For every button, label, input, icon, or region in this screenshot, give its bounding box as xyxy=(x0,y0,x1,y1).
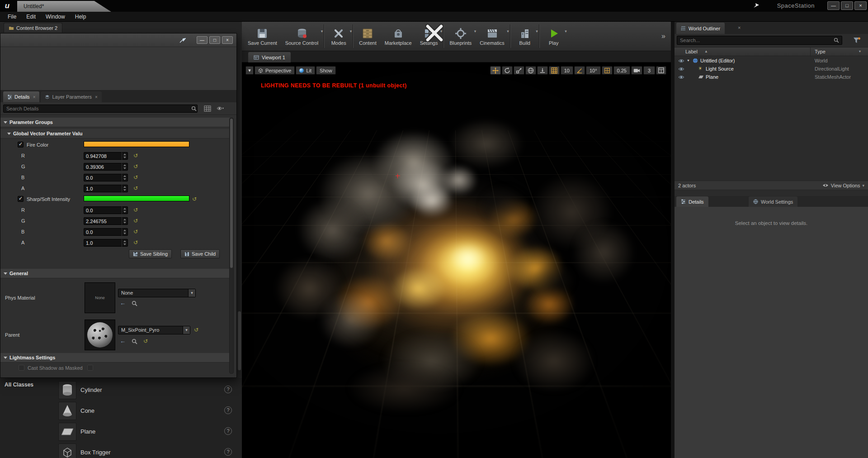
maximize-button[interactable]: □ xyxy=(209,36,220,44)
perspective-button[interactable]: Perspective xyxy=(255,66,295,75)
rotation-snap-button[interactable] xyxy=(574,66,585,75)
save-current-button[interactable]: Save Current xyxy=(244,22,281,51)
notification-arrow-icon[interactable] xyxy=(753,3,760,8)
menu-file[interactable]: File xyxy=(3,12,21,22)
camera-speed-button[interactable] xyxy=(631,66,642,75)
tab-close-icon[interactable]: × xyxy=(33,95,36,100)
content-browser-tab[interactable]: Content Browser 2 xyxy=(4,23,62,33)
cinematics-button[interactable]: Cinematics ▾ xyxy=(476,22,508,51)
marketplace-button[interactable]: Marketplace xyxy=(381,22,416,51)
details-search-input[interactable] xyxy=(3,105,198,113)
use-selected-arrow-icon[interactable]: ← xyxy=(120,300,126,306)
tab-details[interactable]: Details xyxy=(676,196,708,207)
save-child-button[interactable]: Save Child xyxy=(180,249,220,258)
panel-divider[interactable] xyxy=(671,22,675,458)
spinner-icon[interactable] xyxy=(122,239,127,247)
modes-button[interactable]: Modes ▾ xyxy=(326,22,351,51)
spinner-icon[interactable] xyxy=(122,185,127,192)
section-general[interactable]: General xyxy=(0,269,230,278)
reset-icon[interactable]: ↺ xyxy=(133,218,138,224)
view-options-button[interactable]: View Options ▾ xyxy=(822,183,864,188)
sharp-soft-checkbox[interactable] xyxy=(18,196,24,202)
rotation-snap-value-button[interactable]: 10° xyxy=(586,66,601,75)
outliner-search-input[interactable] xyxy=(677,36,842,45)
scrollbar-thumb[interactable] xyxy=(238,311,241,370)
use-selected-arrow-icon[interactable]: ← xyxy=(120,338,126,344)
tab-world-settings[interactable]: World Settings xyxy=(749,196,797,207)
reset-icon[interactable]: ↺ xyxy=(133,153,138,159)
section-global-vector[interactable]: Global Vector Parameter Valu xyxy=(0,129,230,138)
sharp-soft-swatch[interactable] xyxy=(84,196,189,201)
toolbar-overflow-button[interactable]: » xyxy=(658,32,669,40)
translate-tool-button[interactable] xyxy=(490,66,501,75)
menu-edit[interactable]: Edit xyxy=(21,12,41,22)
reset-icon[interactable]: ↺ xyxy=(133,163,138,170)
browse-icon[interactable] xyxy=(132,339,137,344)
outliner-row-world[interactable]: ▼ Untitled (Editor) World xyxy=(675,57,868,65)
details-window-titlebar[interactable]: — □ × xyxy=(0,33,236,47)
reset-icon[interactable]: ↺ xyxy=(143,338,148,344)
help-icon[interactable]: ? xyxy=(224,406,232,414)
tab-close-icon[interactable]: × xyxy=(738,25,741,30)
blueprints-button[interactable]: Blueprints ▾ xyxy=(445,22,476,51)
section-parameter-groups[interactable]: Parameter Groups xyxy=(0,118,230,127)
spinner-icon[interactable] xyxy=(122,152,127,160)
list-item-plane[interactable]: Plane ? xyxy=(45,422,235,442)
visibility-eye-icon[interactable] xyxy=(678,75,684,79)
view-filter-eye-button[interactable] xyxy=(217,106,224,111)
help-icon[interactable]: ? xyxy=(224,386,232,393)
source-control-button[interactable]: Source Control ▾ xyxy=(281,22,322,51)
close-button[interactable]: × xyxy=(854,1,867,10)
grid-snap-value-button[interactable]: 10 xyxy=(561,66,573,75)
scale-snap-button[interactable] xyxy=(602,66,613,75)
visibility-eye-icon[interactable] xyxy=(678,59,684,63)
maximize-viewport-button[interactable] xyxy=(656,66,666,75)
viewport-options-button[interactable]: ▾ xyxy=(245,66,254,75)
search-filter-icon[interactable] xyxy=(853,37,861,44)
scale-snap-value-button[interactable]: 0.25 xyxy=(613,66,630,75)
grid-view-button[interactable] xyxy=(204,105,211,112)
phys-material-thumbnail[interactable]: None xyxy=(85,282,115,313)
save-sibling-button[interactable]: Save Sibling xyxy=(129,249,172,258)
list-item-cylinder[interactable]: Cylinder ? xyxy=(45,380,235,400)
scrollbar-thumb[interactable] xyxy=(230,119,233,268)
content-button[interactable]: Content xyxy=(355,22,381,51)
world-local-toggle-button[interactable] xyxy=(525,66,536,75)
outliner-row-plane[interactable]: Plane StaticMeshActor xyxy=(675,73,868,81)
minimize-button[interactable]: — xyxy=(197,36,208,44)
spinner-icon[interactable] xyxy=(122,217,127,225)
document-tab[interactable]: Untitled* xyxy=(17,1,111,12)
help-icon[interactable]: ? xyxy=(224,427,232,435)
maximize-button[interactable]: □ xyxy=(841,1,853,10)
lit-button[interactable]: Lit xyxy=(296,66,315,75)
spinner-icon[interactable] xyxy=(122,228,127,236)
column-type[interactable]: Type xyxy=(815,49,826,54)
spinner-icon[interactable] xyxy=(122,174,127,181)
reset-icon[interactable]: ↺ xyxy=(133,239,138,246)
dock-pin-icon[interactable] xyxy=(179,37,186,43)
viewport-tab[interactable]: Viewport 1 xyxy=(248,52,291,62)
outliner-row-light-source[interactable]: ☀ Light Source DirectionalLight xyxy=(675,65,868,73)
grid-snap-button[interactable] xyxy=(549,66,560,75)
fire-color-checkbox[interactable] xyxy=(18,142,24,148)
world-outliner-tab[interactable]: World Outliner xyxy=(676,23,725,34)
reset-icon[interactable]: ↺ xyxy=(133,185,138,191)
details-scrollbar[interactable] xyxy=(229,118,234,374)
tab-close-icon[interactable]: × xyxy=(95,95,98,100)
section-lightmass[interactable]: Lightmass Settings xyxy=(0,353,230,363)
phys-material-dropdown[interactable]: None ▾ xyxy=(118,289,196,297)
reset-icon[interactable]: ↺ xyxy=(133,174,138,181)
browse-icon[interactable] xyxy=(132,301,137,306)
spinner-icon[interactable] xyxy=(122,163,127,171)
scale-tool-button[interactable] xyxy=(514,66,524,75)
reset-icon[interactable]: ↺ xyxy=(192,196,197,202)
rotate-tool-button[interactable] xyxy=(502,66,513,75)
reset-icon[interactable]: ↺ xyxy=(133,207,138,213)
close-button[interactable]: × xyxy=(222,36,233,44)
tab-layer-parameters[interactable]: Layer Parameters × xyxy=(41,91,101,102)
cast-shadow-checkbox[interactable] xyxy=(19,365,24,371)
play-button[interactable]: Play ▾ xyxy=(541,22,566,51)
reset-icon[interactable]: ↺ xyxy=(194,327,198,333)
column-label[interactable]: Label xyxy=(685,49,698,54)
build-button[interactable]: Build ▾ xyxy=(512,22,538,51)
